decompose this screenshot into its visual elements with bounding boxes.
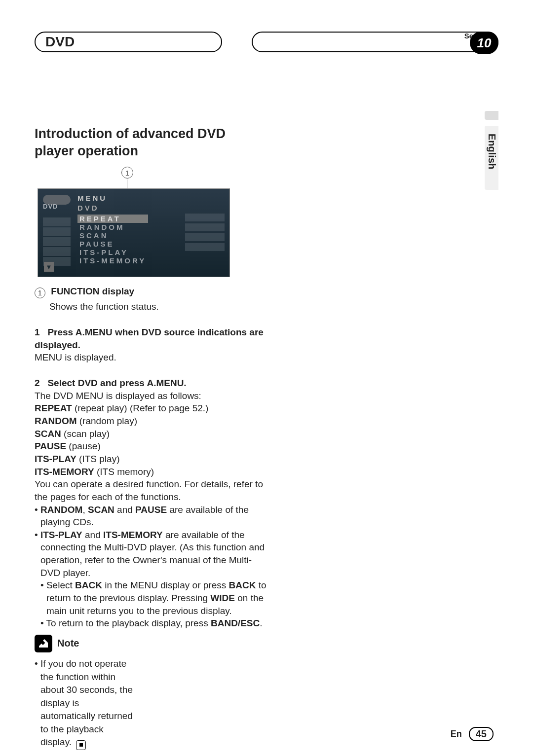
def-desc: (pause) xyxy=(66,441,101,451)
screen-menu-item: PAUSE xyxy=(77,240,148,248)
header-row: DVD 10 xyxy=(35,32,498,52)
language-tab-stub xyxy=(485,111,498,120)
function-display-desc: Shows the function status. xyxy=(49,301,266,312)
screen-menu-label: MENU xyxy=(77,194,107,202)
def-desc: (random play) xyxy=(77,416,138,426)
def-term: ITS-PLAY xyxy=(35,454,76,464)
screen-menu-item: REPEAT xyxy=(77,215,148,223)
screen-graphic: DVD MENU DVD REPEAT RANDOM SCAN PAUSE IT… xyxy=(38,188,230,277)
step2-heading: 2 Select DVD and press A.MENU. xyxy=(35,377,266,390)
def-term: PAUSE xyxy=(35,441,66,451)
screen-submenu-label: DVD xyxy=(77,204,99,212)
section-number-pill: 10 xyxy=(252,32,498,52)
intro-title: Introduction of advanced DVD player oper… xyxy=(35,125,266,160)
def-term: SCAN xyxy=(35,429,61,439)
step1-text: Press A.MENU when DVD source indications… xyxy=(35,327,264,350)
function-display-figure: 1 DVD MENU DVD REPEAT RANDOM SCAN PAUSE … xyxy=(38,171,230,269)
stop-icon xyxy=(76,740,86,750)
disc-label: DVD xyxy=(43,203,58,210)
def-desc: (repeat play) (Refer to page 52.) xyxy=(72,403,209,413)
step1-result: MENU is displayed. xyxy=(35,351,266,364)
page-number: 45 xyxy=(469,727,494,741)
bullet-1: • RANDOM, SCAN and PAUSE are available o… xyxy=(35,504,266,529)
left-column: Introduction of advanced DVD player oper… xyxy=(35,125,266,756)
top-bar: Section DVD 10 xyxy=(35,32,498,66)
section-number: 10 xyxy=(470,32,498,54)
screen-menu-list: REPEAT RANDOM SCAN PAUSE ITS-PLAY ITS-ME… xyxy=(77,215,148,265)
function-display-label: 1 FUNCTION display xyxy=(35,286,266,298)
bullet-3: • Select BACK in the MENU display or pre… xyxy=(40,579,266,617)
screen-menu-item: SCAN xyxy=(77,231,148,240)
callout-ref-number: 1 xyxy=(35,288,45,298)
screen-menu-item: ITS-MEMORY xyxy=(77,256,148,265)
page-footer: En 45 xyxy=(451,727,494,741)
operate-paragraph: You can operate a desired function. For … xyxy=(35,478,266,503)
def-term: REPEAT xyxy=(35,403,72,413)
chapter-title: DVD xyxy=(45,34,75,50)
chapter-title-pill: DVD xyxy=(35,32,222,52)
footer-lang: En xyxy=(451,729,462,739)
bg-grid xyxy=(43,217,71,267)
step2-result: The DVD MENU is displayed as follows: xyxy=(35,390,266,402)
step1-number: 1 xyxy=(35,327,40,337)
def-desc: (ITS play) xyxy=(76,454,120,464)
note-icon xyxy=(35,635,52,652)
language-tab: English xyxy=(485,126,498,190)
language-label: English xyxy=(485,126,499,177)
def-term: ITS-MEMORY xyxy=(35,467,94,477)
callout-number: 1 xyxy=(121,167,133,179)
menu-definitions: REPEAT (repeat play) (Refer to page 52.)… xyxy=(35,402,266,478)
bg-bars xyxy=(185,214,225,263)
step1-heading: 1 Press A.MENU when DVD source indicatio… xyxy=(35,326,266,351)
note-label: Note xyxy=(57,638,79,649)
step2-text: Select DVD and press A.MENU. xyxy=(47,378,186,388)
def-term: RANDOM xyxy=(35,416,77,426)
down-arrow-icon: ▼ xyxy=(44,262,54,272)
def-desc: (scan play) xyxy=(61,429,110,439)
screen-menu-item: RANDOM xyxy=(77,223,148,231)
bullet-4: • To return to the playback display, pre… xyxy=(40,617,266,630)
right-column: Note • If you do not operate the functio… xyxy=(35,635,151,756)
step2-number: 2 xyxy=(35,378,40,388)
bullet-2: • ITS-PLAY and ITS-MEMORY are available … xyxy=(35,529,266,630)
screen-menu-item: ITS-PLAY xyxy=(77,248,148,256)
def-desc: (ITS memory) xyxy=(94,467,154,477)
note-body: • If you do not operate the function wit… xyxy=(35,657,133,750)
function-display-name: FUNCTION display xyxy=(51,286,134,296)
note-header: Note xyxy=(35,635,133,652)
